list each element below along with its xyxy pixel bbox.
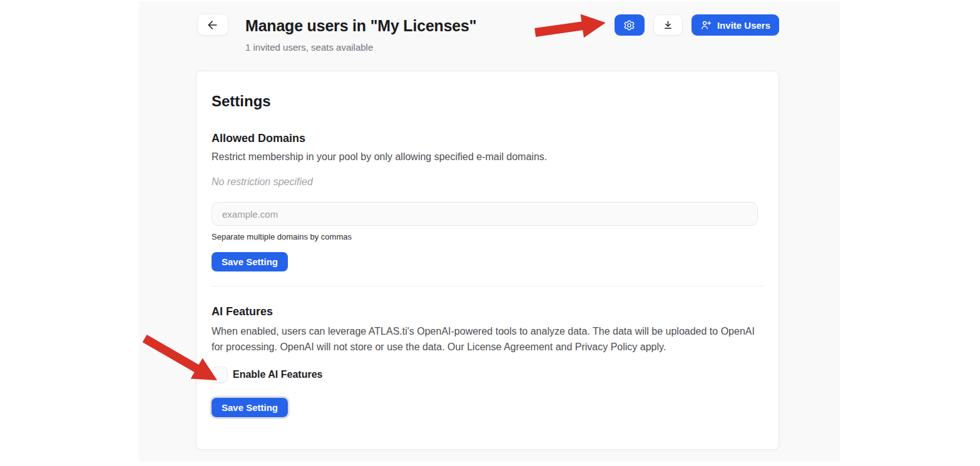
- page-subtitle: 1 invited users, seats available: [245, 42, 476, 53]
- settings-card: Settings Allowed Domains Restrict member…: [196, 71, 779, 450]
- allowed-domains-description: Restrict membership in your pool by only…: [212, 150, 763, 164]
- enable-ai-row: Enable AI Features: [212, 367, 763, 383]
- back-button[interactable]: [197, 14, 228, 36]
- app-window: Manage users in "My Licenses" 1 invited …: [139, 1, 840, 462]
- invite-users-label: Invite Users: [717, 20, 770, 31]
- download-users-button[interactable]: [653, 14, 683, 36]
- allowed-domains-heading: Allowed Domains: [212, 132, 763, 145]
- gear-icon: [623, 19, 635, 31]
- person-plus-icon: [700, 19, 712, 31]
- allowed-domains-empty-state: No restriction specified: [212, 176, 763, 188]
- save-allowed-domains-button[interactable]: Save Setting: [212, 252, 288, 271]
- allowed-domains-helper: Separate multiple domains by commas: [212, 232, 763, 241]
- back-arrow-icon: [207, 19, 219, 31]
- header-toolbar: Invite Users: [615, 14, 779, 36]
- download-icon: [662, 19, 674, 31]
- save-ai-features-button[interactable]: Save Setting: [212, 398, 288, 417]
- allowed-domains-input[interactable]: [212, 202, 758, 226]
- section-divider: [212, 286, 763, 286]
- settings-heading: Settings: [212, 93, 763, 110]
- ai-features-description: When enabled, users can leverage ATLAS.t…: [212, 323, 763, 355]
- invite-users-button[interactable]: Invite Users: [692, 14, 779, 36]
- ai-features-heading: AI Features: [212, 305, 763, 318]
- pool-settings-button[interactable]: [615, 14, 645, 36]
- enable-ai-checkbox[interactable]: [212, 367, 228, 383]
- enable-ai-label: Enable AI Features: [233, 369, 322, 380]
- page-title: Manage users in "My Licenses": [245, 17, 476, 35]
- page-header: Manage users in "My Licenses" 1 invited …: [139, 1, 840, 53]
- page: Manage users in "My Licenses" 1 invited …: [0, 0, 980, 466]
- header-text-block: Manage users in "My Licenses" 1 invited …: [245, 14, 476, 53]
